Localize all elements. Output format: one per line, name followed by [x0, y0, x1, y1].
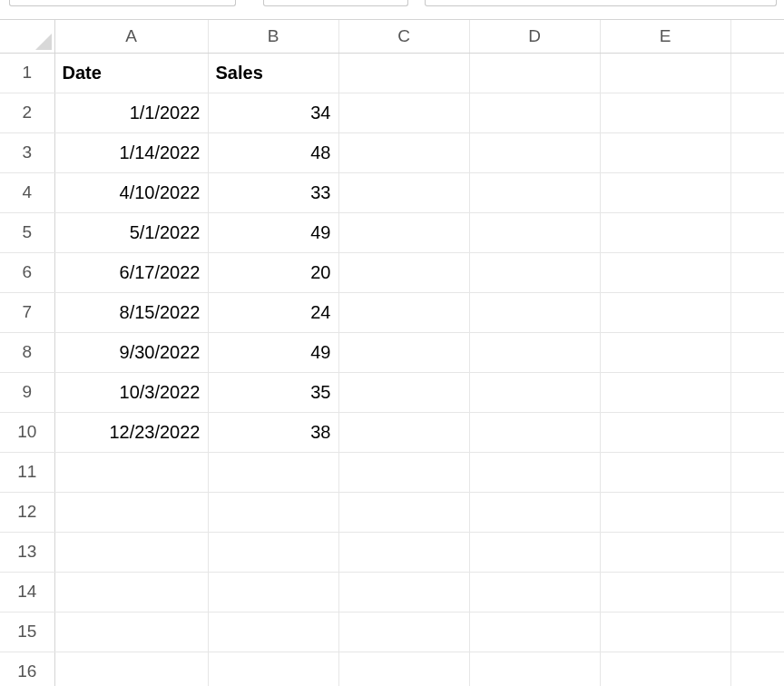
cell-E4[interactable] [600, 172, 730, 212]
cell-E8[interactable] [600, 332, 730, 372]
cell-partial-11[interactable] [730, 452, 784, 492]
cell-B14[interactable] [208, 572, 338, 612]
cell-D1[interactable] [469, 53, 600, 93]
grid-area[interactable]: ABCDE1DateSales21/1/20223431/14/20224844… [0, 20, 784, 686]
row-header-11[interactable]: 11 [0, 452, 54, 492]
column-header-B[interactable]: B [208, 20, 338, 53]
row-header-15[interactable]: 15 [0, 612, 54, 652]
cell-B3[interactable]: 48 [208, 132, 338, 172]
cell-B11[interactable] [208, 452, 338, 492]
cell-partial-1[interactable] [730, 53, 784, 93]
row-header-1[interactable]: 1 [0, 53, 54, 93]
cell-A7[interactable]: 8/15/2022 [54, 292, 208, 332]
cell-B7[interactable]: 24 [208, 292, 338, 332]
cell-partial-4[interactable] [730, 172, 784, 212]
cell-A13[interactable] [54, 532, 208, 572]
cell-E1[interactable] [600, 53, 730, 93]
cell-C12[interactable] [338, 492, 469, 532]
cell-A4[interactable]: 4/10/2022 [54, 172, 208, 212]
cell-D4[interactable] [469, 172, 600, 212]
row-header-16[interactable]: 16 [0, 652, 54, 686]
row-header-3[interactable]: 3 [0, 132, 54, 172]
cell-C3[interactable] [338, 132, 469, 172]
cell-C11[interactable] [338, 452, 469, 492]
row-header-5[interactable]: 5 [0, 212, 54, 252]
cell-E7[interactable] [600, 292, 730, 332]
cell-partial-7[interactable] [730, 292, 784, 332]
column-header-E[interactable]: E [600, 20, 730, 53]
cell-B2[interactable]: 34 [208, 93, 338, 132]
cell-E12[interactable] [600, 492, 730, 532]
select-all-corner[interactable] [0, 20, 54, 53]
cell-C1[interactable] [338, 53, 469, 93]
cell-C14[interactable] [338, 572, 469, 612]
cell-C10[interactable] [338, 412, 469, 452]
cell-A14[interactable] [54, 572, 208, 612]
cell-A10[interactable]: 12/23/2022 [54, 412, 208, 452]
cell-B12[interactable] [208, 492, 338, 532]
column-header-A[interactable]: A [54, 20, 208, 53]
cell-E16[interactable] [600, 652, 730, 686]
cell-C6[interactable] [338, 252, 469, 292]
cell-D8[interactable] [469, 332, 600, 372]
row-header-12[interactable]: 12 [0, 492, 54, 532]
row-header-14[interactable]: 14 [0, 572, 54, 612]
cell-partial-16[interactable] [730, 652, 784, 686]
cell-D3[interactable] [469, 132, 600, 172]
cell-E11[interactable] [600, 452, 730, 492]
column-header-C[interactable]: C [338, 20, 469, 53]
row-header-7[interactable]: 7 [0, 292, 54, 332]
cell-C9[interactable] [338, 372, 469, 412]
cell-E3[interactable] [600, 132, 730, 172]
cell-A11[interactable] [54, 452, 208, 492]
cell-A6[interactable]: 6/17/2022 [54, 252, 208, 292]
cell-D14[interactable] [469, 572, 600, 612]
cell-partial-3[interactable] [730, 132, 784, 172]
cell-C4[interactable] [338, 172, 469, 212]
cell-partial-14[interactable] [730, 572, 784, 612]
cell-D5[interactable] [469, 212, 600, 252]
cell-C8[interactable] [338, 332, 469, 372]
cell-A2[interactable]: 1/1/2022 [54, 93, 208, 132]
row-header-6[interactable]: 6 [0, 252, 54, 292]
cell-D12[interactable] [469, 492, 600, 532]
cell-C16[interactable] [338, 652, 469, 686]
cell-D15[interactable] [469, 612, 600, 652]
cell-D9[interactable] [469, 372, 600, 412]
cell-E10[interactable] [600, 412, 730, 452]
cell-A9[interactable]: 10/3/2022 [54, 372, 208, 412]
cell-E15[interactable] [600, 612, 730, 652]
cell-partial-2[interactable] [730, 93, 784, 132]
column-header-partial[interactable] [730, 20, 784, 53]
cell-B16[interactable] [208, 652, 338, 686]
cell-A3[interactable]: 1/14/2022 [54, 132, 208, 172]
cell-partial-9[interactable] [730, 372, 784, 412]
row-header-2[interactable]: 2 [0, 93, 54, 132]
cell-D2[interactable] [469, 93, 600, 132]
row-header-4[interactable]: 4 [0, 172, 54, 212]
cell-B1[interactable]: Sales [208, 53, 338, 93]
cell-B9[interactable]: 35 [208, 372, 338, 412]
cell-B8[interactable]: 49 [208, 332, 338, 372]
row-header-9[interactable]: 9 [0, 372, 54, 412]
cell-A15[interactable] [54, 612, 208, 652]
cell-D11[interactable] [469, 452, 600, 492]
row-header-10[interactable]: 10 [0, 412, 54, 452]
cell-A16[interactable] [54, 652, 208, 686]
cell-E6[interactable] [600, 252, 730, 292]
cell-partial-8[interactable] [730, 332, 784, 372]
cell-D10[interactable] [469, 412, 600, 452]
cell-C13[interactable] [338, 532, 469, 572]
cell-partial-6[interactable] [730, 252, 784, 292]
cell-A8[interactable]: 9/30/2022 [54, 332, 208, 372]
cell-A1[interactable]: Date [54, 53, 208, 93]
cell-C5[interactable] [338, 212, 469, 252]
cell-D13[interactable] [469, 532, 600, 572]
cell-B6[interactable]: 20 [208, 252, 338, 292]
cell-E14[interactable] [600, 572, 730, 612]
cell-D7[interactable] [469, 292, 600, 332]
cell-C2[interactable] [338, 93, 469, 132]
cell-partial-5[interactable] [730, 212, 784, 252]
cell-E5[interactable] [600, 212, 730, 252]
cell-B4[interactable]: 33 [208, 172, 338, 212]
